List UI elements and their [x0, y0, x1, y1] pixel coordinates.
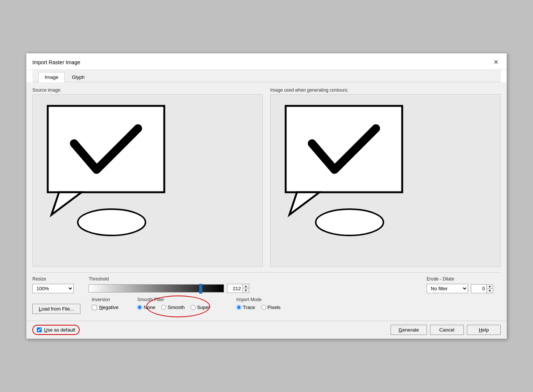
source-image-svg — [36, 98, 179, 264]
threshold-increment[interactable]: ▲ — [243, 284, 249, 288]
svg-rect-0 — [48, 106, 164, 192]
image-section: Source image: Image used when gene — [32, 87, 501, 267]
erode-spinbox-buttons: ▲ ▼ — [486, 285, 493, 293]
smooth-filter-super-item: Super — [191, 305, 210, 310]
smooth-smooth-radio[interactable] — [161, 305, 166, 310]
import-mode-trace-label[interactable]: Trace — [243, 305, 255, 310]
main-content: Source image: Image used when gene — [26, 82, 507, 321]
dialog-title: Import Raster Image — [32, 59, 80, 65]
smooth-filter-label: Smooth Filter — [137, 297, 210, 302]
negative-label[interactable]: Negative — [99, 305, 118, 310]
erode-increment[interactable]: ▲ — [487, 285, 493, 289]
help-button[interactable]: Help — [467, 325, 501, 335]
source-image-canvas — [32, 94, 263, 267]
smooth-filter-smooth-item: Smooth — [161, 305, 185, 310]
import-mode-pixels-label[interactable]: Pixels — [268, 305, 281, 310]
source-image-label: Source image: — [32, 87, 263, 93]
import-mode-group: Import Mode Trace Pixels — [229, 297, 288, 310]
inversion-label: Inversion — [92, 297, 118, 302]
svg-point-1 — [78, 209, 145, 235]
negative-checkbox-row: Negative — [92, 305, 118, 310]
default-checkbox-wrap: Use as default — [32, 325, 80, 335]
svg-rect-2 — [286, 106, 402, 192]
smooth-smooth-label[interactable]: Smooth — [168, 305, 185, 310]
threshold-spinbox: ▲ ▼ — [227, 284, 249, 293]
threshold-track[interactable] — [89, 284, 224, 292]
erode-label: Erode - Dilate — [427, 276, 493, 282]
import-mode-label: Import Mode — [236, 297, 280, 302]
inversion-group: Inversion Negative — [80, 297, 130, 310]
load-from-file-button[interactable]: Load from File... — [32, 304, 80, 314]
smooth-filter-radio-row: None Smooth Super — [137, 305, 210, 310]
threshold-group: Threshold ▲ ▼ — [81, 276, 419, 293]
threshold-spinbox-buttons: ▲ ▼ — [242, 284, 249, 292]
smooth-super-radio[interactable] — [191, 305, 195, 310]
smooth-none-label[interactable]: None — [144, 305, 155, 310]
import-mode-pixels-item: Pixels — [261, 305, 281, 310]
use-as-default-label[interactable]: Use as default — [44, 327, 75, 333]
contour-image-svg — [274, 98, 417, 264]
tab-image[interactable]: Image — [38, 72, 65, 82]
threshold-thumb[interactable] — [199, 284, 202, 294]
erode-filter-select[interactable]: No filter Erode Dilate — [427, 284, 468, 293]
close-button[interactable]: ✕ — [491, 58, 501, 66]
load-section: Load from File... — [32, 297, 80, 314]
erode-decrement[interactable]: ▼ — [487, 289, 493, 293]
controls-row-1: Resize 100% 50% 200% Custom Threshold — [32, 272, 501, 295]
threshold-label: Threshold — [89, 276, 412, 282]
use-as-default-checkbox[interactable] — [37, 327, 42, 332]
cancel-button[interactable]: Cancel — [430, 325, 464, 335]
smooth-filter-group: Smooth Filter None Smooth Super — [130, 297, 218, 310]
svg-point-3 — [316, 209, 383, 235]
contour-image-panel: Image used when generating contours: — [270, 87, 501, 267]
resize-label: Resize — [32, 276, 74, 282]
smooth-filter-none-item: None — [137, 305, 155, 310]
erode-input[interactable] — [471, 285, 486, 293]
generate-button[interactable]: Generate — [391, 325, 427, 335]
tab-bar: Image Glyph — [32, 70, 501, 82]
import-raster-dialog: Import Raster Image ✕ Image Glyph Source… — [26, 53, 507, 339]
controls-row-2: Load from File... Inversion Negative Smo… — [32, 295, 501, 315]
import-mode-radio-row: Trace Pixels — [236, 305, 280, 310]
source-image-panel: Source image: — [32, 87, 263, 267]
footer-buttons: Generate Cancel Help — [391, 325, 501, 335]
import-mode-pixels-radio[interactable] — [261, 305, 266, 310]
smooth-none-radio[interactable] — [137, 305, 142, 310]
erode-group: Erode - Dilate No filter Erode Dilate ▲ … — [419, 276, 501, 293]
smooth-super-label[interactable]: Super — [197, 305, 210, 310]
threshold-slider-row: ▲ ▼ — [89, 284, 412, 293]
import-mode-trace-item: Trace — [236, 305, 255, 310]
erode-spinbox: ▲ ▼ — [471, 284, 493, 293]
resize-select[interactable]: 100% 50% 200% Custom — [32, 284, 74, 293]
contour-image-label: Image used when generating contours: — [270, 87, 501, 93]
contour-image-canvas — [270, 94, 501, 267]
erode-row: No filter Erode Dilate ▲ ▼ — [427, 284, 493, 293]
tab-glyph[interactable]: Glyph — [65, 72, 91, 82]
threshold-input[interactable] — [227, 284, 242, 292]
footer: Use as default Generate Cancel Help — [26, 321, 507, 339]
title-bar: Import Raster Image ✕ — [26, 53, 507, 70]
threshold-decrement[interactable]: ▼ — [243, 288, 249, 292]
import-mode-trace-radio[interactable] — [236, 305, 241, 310]
negative-checkbox[interactable] — [92, 305, 97, 310]
resize-group: Resize 100% 50% 200% Custom — [32, 276, 81, 293]
